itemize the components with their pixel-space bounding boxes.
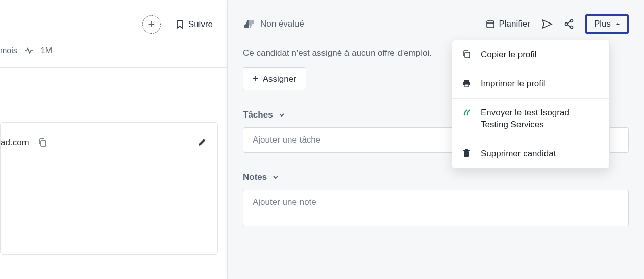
notes-section-toggle[interactable]: Notes [243,172,629,182]
svg-rect-3 [41,141,46,146]
notes-label: Notes [243,172,267,182]
assign-button[interactable]: + Assigner [243,67,306,90]
dropdown-item-isograd[interactable]: Envoyer le test Isograd Testing Services [452,99,609,140]
dropdown-label: Supprimer candidat [481,148,556,160]
rating-button[interactable]: Non évalué [243,19,304,29]
send-icon[interactable] [541,19,553,29]
contact-row-email: ad.com [1,123,217,162]
assign-button-label: Assigner [263,74,296,84]
follow-button[interactable]: Suivre [175,19,213,30]
copy-icon[interactable] [38,138,47,147]
isograd-icon [462,108,473,117]
svg-rect-16 [465,84,469,87]
svg-rect-13 [465,52,470,58]
left-panel: + Suivre mois 1M ad.com [0,0,227,279]
planifier-button[interactable]: Planifier [486,19,530,29]
svg-rect-14 [464,80,469,82]
dropdown-item-print[interactable]: Imprimer le profil [452,69,609,99]
contact-block: ad.com [0,122,218,255]
delete-icon [462,149,473,158]
svg-point-17 [466,109,467,111]
edit-icon[interactable] [197,138,206,147]
dropdown-label: Copier le profil [481,49,537,61]
svg-point-18 [469,109,470,111]
tasks-label: Tâches [243,110,273,120]
dropdown-item-copy[interactable]: Copier le profil [452,40,609,69]
notes-input[interactable]: Ajouter une note [243,190,629,226]
dropdown-label: Imprimer le profil [481,78,546,90]
svg-line-12 [567,25,571,27]
thumbs-icon [243,19,255,29]
left-meta: mois 1M [0,43,227,67]
dropdown-label: Envoyer le test Isograd Testing Services [481,107,599,131]
chevron-down-icon [272,175,279,180]
contact-email-fragment: ad.com [1,137,29,148]
print-icon [462,79,473,88]
plus-label: Plus [594,19,611,29]
plus-menu-button[interactable]: Plus [585,14,629,34]
svg-rect-19 [464,151,469,157]
svg-line-11 [567,21,571,24]
dropdown-item-delete[interactable]: Supprimer candidat [452,140,609,168]
share-icon[interactable] [564,19,574,29]
bookmark-icon [175,20,184,29]
copy-icon [462,50,473,59]
contact-row-2 [1,162,217,202]
left-header: + Suivre [0,0,227,43]
separator [0,67,227,68]
activity-icon [24,47,34,54]
follow-label: Suivre [188,19,213,30]
chevron-down-icon [278,112,285,118]
plus-dropdown: Copier le profil Imprimer le profil Envo… [452,40,610,169]
contact-row-3 [1,202,217,242]
toolbar-actions: Planifier Plus [486,14,629,34]
calendar-icon [486,19,495,29]
rating-label: Non évalué [260,19,304,29]
svg-rect-4 [487,21,494,28]
caret-up-icon [615,22,621,26]
meta-duration: mois [0,46,17,55]
meta-stat: 1M [41,46,52,55]
planifier-label: Planifier [499,19,530,29]
add-button[interactable]: + [142,15,161,34]
svg-rect-20 [463,150,470,151]
svg-rect-21 [465,149,468,150]
